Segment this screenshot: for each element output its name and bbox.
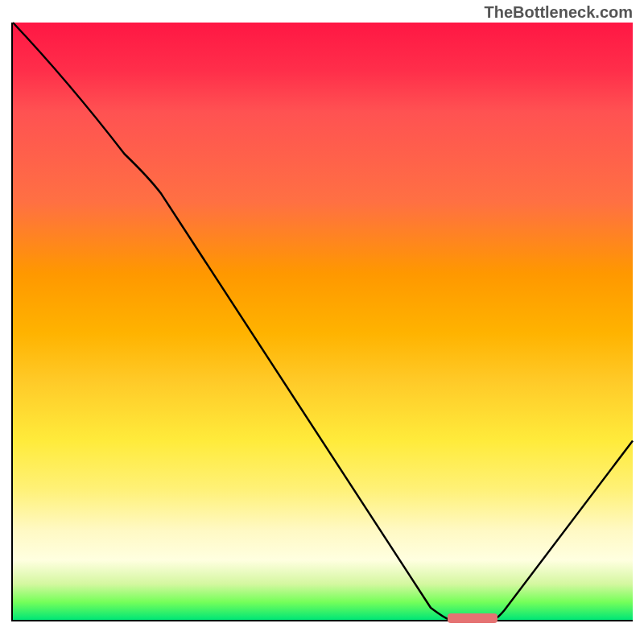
curve-path bbox=[13, 23, 633, 620]
chart-svg bbox=[13, 23, 633, 620]
watermark-label: TheBottleneck.com bbox=[485, 3, 633, 22]
optimal-marker bbox=[448, 613, 497, 623]
plot-area bbox=[11, 23, 633, 621]
